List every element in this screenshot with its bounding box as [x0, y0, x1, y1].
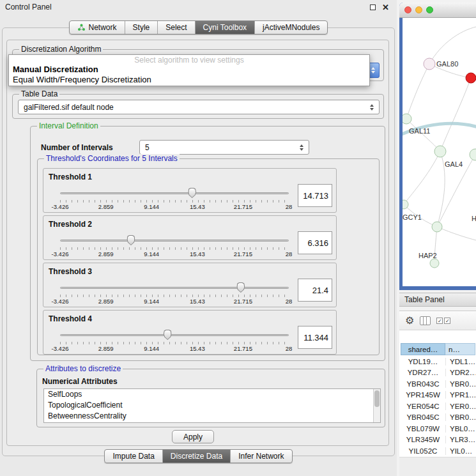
- combobox-arrows-icon[interactable]: [300, 144, 303, 151]
- table-row[interactable]: YBR045CYBR0…: [401, 412, 476, 424]
- column-header-name[interactable]: n…: [445, 343, 475, 355]
- slider-thumb[interactable]: [127, 235, 135, 245]
- threshold-2-slider[interactable]: [60, 235, 289, 246]
- checkbox-icon[interactable]: [436, 318, 443, 324]
- table-row[interactable]: YER054CYER0…: [401, 401, 476, 412]
- tab-cyni-toolbox[interactable]: Cyni Toolbox: [195, 21, 254, 34]
- table-panel-title: Table Panel: [404, 295, 445, 304]
- threshold-1-value-input[interactable]: [298, 184, 332, 207]
- column-header-shared-name[interactable]: shared…: [401, 343, 445, 355]
- slider-track[interactable]: [60, 334, 289, 336]
- slider-scale: -3.426 2.859 9.144 15.43 21.715 28: [60, 298, 289, 305]
- slider-thumb[interactable]: [164, 330, 172, 340]
- node-label: GAL80: [436, 60, 458, 68]
- node-selected-red[interactable]: [466, 73, 476, 83]
- network-window-titlebar: [399, 3, 476, 18]
- slider-track[interactable]: [60, 192, 289, 194]
- checkbox-icon[interactable]: [444, 318, 450, 324]
- tab-discretize-data[interactable]: Discretize Data: [162, 450, 230, 463]
- scale-label: 21.715: [234, 250, 252, 257]
- scale-label: 28: [286, 203, 293, 210]
- slider-track[interactable]: [60, 287, 289, 289]
- mac-minimize-icon[interactable]: [415, 6, 422, 13]
- tab-style[interactable]: Style: [125, 21, 158, 34]
- apply-button[interactable]: Apply: [172, 430, 214, 443]
- mac-zoom-icon[interactable]: [426, 6, 433, 13]
- cell: YDR27…: [401, 369, 445, 376]
- slider-thumb[interactable]: [188, 188, 196, 198]
- table-row[interactable]: YLR345WYLR3…: [401, 434, 476, 446]
- threshold-2-panel: Threshold 2 -3.426 2.859 9.144 15.43 21.…: [43, 215, 337, 260]
- threshold-3-value-input[interactable]: [298, 279, 332, 302]
- list-item[interactable]: SelfLoops: [44, 389, 380, 400]
- node-label: GAL4: [445, 160, 463, 168]
- table-row[interactable]: YDR27…YDR2…: [401, 367, 476, 379]
- table-data-combobox[interactable]: galFiltered.sif default node: [18, 100, 380, 114]
- node[interactable]: [470, 149, 476, 160]
- table-toolbar: [399, 311, 476, 330]
- node-gal11[interactable]: [403, 114, 411, 124]
- node[interactable]: [432, 222, 442, 232]
- list-item[interactable]: TopologicalCoefficient: [44, 400, 380, 411]
- popup-item-manual-discretization[interactable]: Manual Discretization: [9, 65, 369, 75]
- table-row[interactable]: YDL19…YDL1…: [401, 356, 476, 367]
- node-gal4[interactable]: [434, 146, 446, 157]
- attributes-group-label: Attributes to discretize: [43, 364, 123, 373]
- gear-icon[interactable]: [405, 314, 414, 326]
- tab-jactivemnodules[interactable]: jActiveMNodules: [254, 21, 327, 34]
- slider-ticks: [60, 200, 289, 203]
- network-canvas[interactable]: GAL80 GAL11 GAL4 GCY1 HAP2 H: [403, 18, 476, 286]
- threshold-1-slider[interactable]: [60, 188, 289, 199]
- table-row[interactable]: YIL052CYIL0…: [401, 445, 476, 457]
- node-gal80[interactable]: [424, 58, 435, 70]
- scale-label: 9.144: [144, 298, 159, 305]
- table-data-group: Table Data galFiltered.sif default node: [12, 94, 384, 119]
- cell: YDL19…: [401, 358, 445, 365]
- float-window-icon[interactable]: [370, 4, 376, 10]
- slider-thumb[interactable]: [236, 282, 245, 293]
- close-window-icon[interactable]: [382, 3, 389, 12]
- threshold-3-slider[interactable]: [60, 282, 289, 293]
- tab-network[interactable]: Network: [70, 21, 125, 34]
- tab-infer-network[interactable]: Infer Network: [230, 450, 291, 463]
- tab-select-label: Select: [165, 23, 187, 32]
- cell: YIL052C: [401, 447, 445, 455]
- cell: YER0…: [445, 403, 475, 410]
- network-view-window: GAL80 GAL11 GAL4 GCY1 HAP2 H: [399, 3, 476, 290]
- number-of-intervals-combobox[interactable]: 5: [139, 140, 309, 155]
- list-scrollbar[interactable]: [373, 389, 380, 422]
- popup-item-equal-width[interactable]: Equal Width/Frequency Discretization: [9, 75, 369, 85]
- slider-track[interactable]: [60, 240, 289, 242]
- scale-label: 15.43: [190, 298, 205, 305]
- list-item[interactable]: BetweennessCentrality: [44, 411, 380, 422]
- scale-label: -3.426: [52, 250, 69, 257]
- columns-icon[interactable]: [420, 316, 431, 325]
- scale-label: 21.715: [234, 298, 252, 305]
- numerical-attributes-list[interactable]: SelfLoops TopologicalCoefficient Between…: [43, 388, 381, 423]
- combobox-arrows-icon[interactable]: [370, 104, 374, 111]
- mac-close-icon[interactable]: [404, 6, 411, 13]
- algorithm-group-label: Discretization Algorithm: [19, 45, 103, 54]
- scale-label: 9.144: [144, 250, 159, 257]
- tab-select[interactable]: Select: [157, 21, 194, 34]
- scale-label: 15.43: [190, 203, 205, 210]
- node-hap2[interactable]: [430, 259, 439, 268]
- table-row[interactable]: YPR145WYPR1…: [401, 390, 476, 401]
- cell: YLR3…: [445, 436, 475, 443]
- threshold-2-value-input[interactable]: [298, 231, 332, 254]
- node-gcy1[interactable]: [403, 200, 408, 209]
- cell: YBR0…: [445, 413, 475, 421]
- threshold-1-label: Threshold 1: [49, 173, 92, 181]
- threshold-4-slider[interactable]: [60, 330, 289, 341]
- tab-cyni-toolbox-label: Cyni Toolbox: [203, 23, 247, 32]
- threshold-4-value-input[interactable]: [298, 326, 332, 349]
- popup-header: Select algorithm to view settings: [9, 55, 369, 65]
- table-row[interactable]: YBL079WYBL0…: [401, 423, 476, 434]
- scrollbar-thumb[interactable]: [374, 390, 380, 407]
- threshold-3-panel: Threshold 3 -3.426 2.859 9.144 15.43 21.…: [43, 263, 337, 307]
- tab-impute-data[interactable]: Impute Data: [105, 450, 162, 463]
- table-row[interactable]: YBR043CYBR0…: [401, 378, 476, 390]
- scale-label: 21.715: [234, 345, 252, 352]
- scale-label: 2.859: [98, 250, 114, 257]
- cell: YBL079W: [401, 425, 445, 433]
